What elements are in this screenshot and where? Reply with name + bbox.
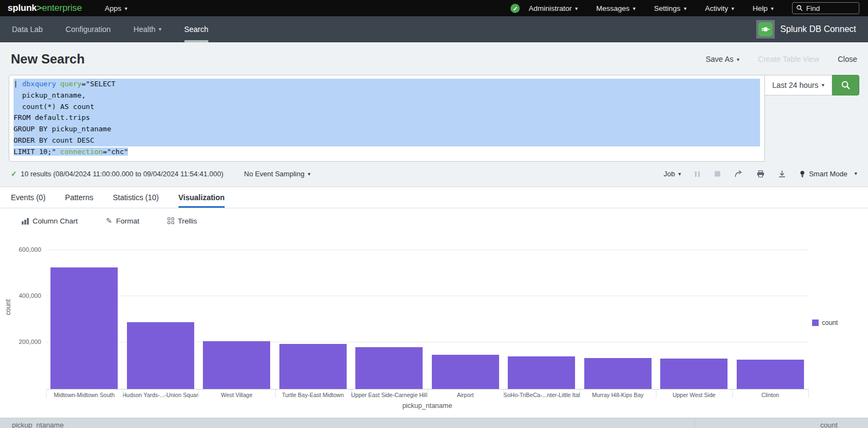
- x-tick-label: SoHo-TriBeCa-...nter-Little Italy: [503, 392, 580, 398]
- query-line: ORDER BY count DESC: [14, 135, 760, 146]
- splunk-logo[interactable]: splunk>enterprise: [8, 3, 82, 14]
- appnav-item-data-lab[interactable]: Data Lab: [12, 16, 43, 42]
- x-tick-label: Murray Hill-Kips Bay: [580, 392, 656, 398]
- format-menu[interactable]: Format: [106, 216, 139, 225]
- app-title: Splunk DB Connect: [780, 24, 856, 34]
- x-tick-label: Airport: [427, 392, 504, 398]
- x-tick-label: Midtown-Midtown South: [46, 392, 123, 398]
- chart-bar[interactable]: [432, 355, 499, 389]
- results-summary: 10 results (08/04/2024 11:00:00.000 to 0…: [21, 170, 224, 178]
- x-tick-mark: [427, 389, 428, 398]
- column-chart: count pickup_ntaname count 200,000400,00…: [0, 234, 868, 413]
- x-tick-mark: [732, 389, 733, 398]
- chart-bar[interactable]: [584, 358, 652, 389]
- create-table-view-button: Create Table View: [758, 55, 819, 63]
- close-button[interactable]: Close: [838, 55, 857, 63]
- result-tabs: Events (0) Patterns Statistics (10) Visu…: [0, 187, 868, 208]
- plot-area[interactable]: [46, 250, 808, 389]
- event-sampling-menu[interactable]: No Event Sampling: [244, 170, 310, 178]
- app-nav: Data Lab Configuration Health Search Spl…: [0, 16, 868, 42]
- x-tick-mark: [503, 389, 504, 398]
- x-axis-title: pickup_ntaname: [46, 402, 808, 410]
- stop-icon[interactable]: [714, 171, 720, 177]
- chart-legend[interactable]: count: [812, 319, 838, 327]
- x-tick-label: Upper West Side: [656, 392, 732, 398]
- check-icon: [513, 3, 518, 13]
- search-mode-menu[interactable]: Smart Mode: [800, 170, 857, 178]
- x-tick-mark: [351, 389, 352, 398]
- y-tick-label: 200,000: [0, 338, 41, 345]
- job-status-bar: ✓ 10 results (08/04/2024 11:00:00.000 to…: [9, 162, 859, 187]
- chart-bar[interactable]: [203, 341, 270, 389]
- job-menu[interactable]: Job: [663, 170, 681, 178]
- run-search-button[interactable]: [832, 75, 859, 95]
- query-line: count(*) AS count: [14, 101, 760, 113]
- statistics-table-header[interactable]: pickup_ntaname count: [0, 418, 868, 428]
- menu-messages[interactable]: Messages: [596, 4, 636, 12]
- search-query[interactable]: | dbxquery query="SELECT pickup_ntaname,…: [9, 75, 765, 162]
- tab-visualization[interactable]: Visualization: [178, 187, 225, 208]
- menu-activity[interactable]: Activity: [705, 4, 734, 12]
- chart-bar[interactable]: [660, 359, 727, 389]
- table-col-pickup-ntaname: pickup_ntaname: [12, 421, 63, 428]
- logo-splunk-text: splunk: [8, 3, 37, 13]
- appnav-item-configuration[interactable]: Configuration: [66, 16, 111, 42]
- y-axis-title: count: [4, 299, 12, 315]
- find-input[interactable]: [806, 4, 855, 12]
- appnav-item-health[interactable]: Health: [133, 16, 162, 42]
- top-nav: splunk>enterprise Apps Administrator Mes…: [0, 0, 868, 16]
- share-icon[interactable]: [735, 170, 743, 177]
- health-status-icon[interactable]: [510, 4, 520, 13]
- x-tick-label: Clinton: [732, 392, 809, 398]
- x-tick-mark: [275, 389, 276, 398]
- apps-menu[interactable]: Apps: [105, 4, 127, 12]
- menu-administrator[interactable]: Administrator: [528, 4, 578, 12]
- y-tick-label: 400,000: [0, 292, 41, 299]
- table-col-count: count: [820, 421, 838, 428]
- legend-label-count: count: [822, 319, 838, 327]
- gridline: [46, 296, 808, 296]
- save-as-button[interactable]: Save As: [706, 55, 739, 63]
- chart-bar[interactable]: [279, 344, 347, 389]
- table-column-divider: [694, 418, 695, 428]
- x-tick-label: Upper East Side-Carnegie Hill: [351, 392, 427, 398]
- db-connect-plug-icon: [756, 20, 775, 39]
- trellis-menu[interactable]: Trellis: [168, 217, 197, 225]
- trellis-grid-icon: [168, 218, 174, 224]
- x-tick-mark: [808, 389, 809, 398]
- tab-statistics[interactable]: Statistics (10): [113, 187, 159, 208]
- logo-enterprise-text: enterprise: [42, 3, 82, 13]
- chart-bar[interactable]: [737, 360, 804, 389]
- chart-bar[interactable]: [508, 356, 575, 389]
- chart-type-picker[interactable]: Column Chart: [22, 217, 78, 225]
- search-icon: [796, 5, 803, 11]
- tab-events[interactable]: Events (0): [11, 187, 46, 208]
- job-controls: Job Smart Mode: [663, 170, 857, 178]
- chart-bar[interactable]: [355, 347, 423, 389]
- pause-icon[interactable]: [695, 171, 700, 177]
- print-icon[interactable]: [757, 170, 764, 177]
- appnav-item-search[interactable]: Search: [184, 16, 208, 42]
- search-bar: | dbxquery query="SELECT pickup_ntaname,…: [9, 75, 859, 162]
- x-tick-label: Hudson Yards-...-Union Square: [123, 392, 199, 398]
- query-line: GROUP BY pickup_ntaname: [14, 124, 760, 135]
- x-tick-mark: [656, 389, 656, 398]
- query-line: LIMIT 10;" connection="chc": [14, 146, 760, 158]
- export-icon[interactable]: [778, 170, 786, 177]
- find-search-box[interactable]: [792, 2, 859, 14]
- page-title: New Search: [11, 52, 85, 67]
- menu-settings[interactable]: Settings: [654, 4, 687, 12]
- column-chart-icon: [22, 218, 29, 225]
- x-tick-mark: [199, 389, 199, 398]
- menu-help[interactable]: Help: [752, 4, 774, 12]
- gridline: [46, 250, 808, 250]
- time-range-picker[interactable]: Last 24 hours: [765, 75, 832, 95]
- x-tick-mark: [580, 389, 580, 398]
- app-identity[interactable]: Splunk DB Connect: [756, 16, 856, 42]
- appbar-spacer: [231, 16, 756, 42]
- page-header: New Search Save As Create Table View Clo…: [9, 42, 859, 75]
- tab-patterns[interactable]: Patterns: [65, 187, 93, 208]
- chart-bar[interactable]: [50, 267, 118, 389]
- chart-bar[interactable]: [127, 322, 194, 389]
- x-tick-label: Turtle Bay-East Midtown: [275, 392, 352, 398]
